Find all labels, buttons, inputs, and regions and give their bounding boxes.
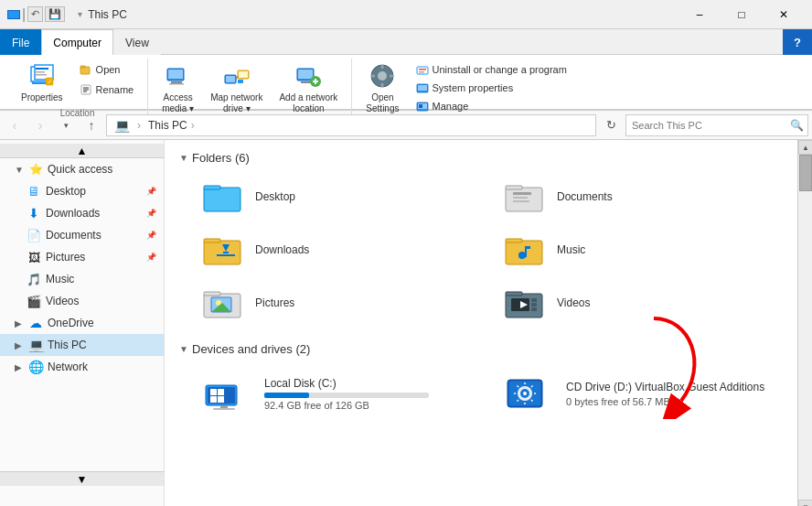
- system-props-label: System properties: [433, 82, 514, 93]
- main-area: ▲ ▼ ⭐ Quick access 🖥 Desktop 📌 ⬇ Downloa…: [0, 140, 812, 506]
- tab-view[interactable]: View: [113, 29, 161, 55]
- folder-documents[interactable]: Documents: [496, 172, 783, 221]
- svg-rect-62: [204, 292, 220, 296]
- devices-title: Devices and drives (2): [192, 342, 310, 356]
- svg-rect-51: [204, 241, 240, 264]
- add-network-button[interactable]: Add a networklocation: [272, 59, 344, 117]
- search-box: 🔍: [625, 114, 808, 136]
- folder-videos[interactable]: Videos: [496, 278, 783, 328]
- desktop-pin: 📌: [146, 187, 156, 196]
- sidebar-item-music[interactable]: 🎵 Music: [0, 268, 164, 290]
- svg-rect-32: [381, 65, 384, 69]
- folder-pictures[interactable]: Pictures: [194, 278, 481, 328]
- downloads-label: Downloads: [46, 207, 144, 220]
- folder-downloads[interactable]: Downloads: [194, 225, 481, 275]
- local-disk-bar-fill: [264, 393, 309, 398]
- network-chevron: ▶: [15, 362, 26, 372]
- search-icon: 🔍: [786, 119, 807, 132]
- titlebar-save[interactable]: 💾: [45, 6, 65, 22]
- title-text: This PC: [88, 8, 678, 21]
- quick-access-label: Quick access: [48, 163, 156, 176]
- folders-chevron[interactable]: ▼: [179, 153, 192, 163]
- access-media-button[interactable]: Accessmedia ▾: [155, 59, 200, 117]
- documents-pin: 📌: [146, 231, 156, 240]
- maximize-button[interactable]: □: [721, 0, 763, 29]
- svg-rect-9: [80, 66, 85, 68]
- sidebar-item-documents[interactable]: 📄 Documents 📌: [0, 224, 164, 246]
- manage-button[interactable]: Manage: [410, 97, 573, 115]
- devices-chevron[interactable]: ▼: [179, 344, 192, 354]
- folder-music[interactable]: Music: [496, 225, 783, 275]
- svg-line-93: [531, 386, 533, 388]
- svg-line-91: [531, 400, 533, 402]
- scroll-track[interactable]: [798, 155, 812, 500]
- svg-rect-35: [390, 75, 393, 78]
- add-network-label: Add a networklocation: [279, 92, 337, 114]
- map-network-icon: [222, 61, 251, 91]
- pictures-pin: 📌: [146, 253, 156, 262]
- onedrive-label: OneDrive: [48, 317, 156, 329]
- scroll-thumb[interactable]: [799, 155, 812, 191]
- svg-rect-37: [419, 69, 426, 70]
- tab-computer[interactable]: Computer: [41, 29, 113, 55]
- up-button[interactable]: ↑: [80, 114, 102, 136]
- recent-button[interactable]: ▾: [55, 114, 77, 136]
- sidebar-item-pictures[interactable]: 🖼 Pictures 📌: [0, 246, 164, 268]
- device-cd-drive[interactable]: CD Drive (D:) VirtualBox Guest Additions…: [496, 363, 783, 424]
- pictures-icon: 🖼: [26, 249, 42, 265]
- titlebar-icon-monitor: [7, 10, 20, 19]
- sidebar-item-videos[interactable]: 🎬 Videos: [0, 290, 164, 312]
- svg-rect-50: [513, 200, 529, 202]
- location-buttons: ✓ Properties Open Rename: [15, 59, 140, 106]
- system-props-button[interactable]: System properties: [410, 79, 573, 97]
- svg-rect-16: [171, 81, 182, 83]
- open-settings-button[interactable]: OpenSettings: [359, 59, 405, 117]
- folder-downloads-name: Downloads: [255, 243, 309, 256]
- titlebar-undo[interactable]: ↶: [27, 6, 43, 22]
- minimize-button[interactable]: –: [678, 0, 721, 29]
- folder-documents-icon: [504, 178, 548, 215]
- sidebar-scroll-up[interactable]: ▲: [0, 144, 164, 158]
- open-settings-label: OpenSettings: [366, 92, 399, 114]
- sidebar-item-desktop[interactable]: 🖥 Desktop 📌: [0, 180, 164, 202]
- sidebar-item-onedrive[interactable]: ▶ ☁ OneDrive: [0, 312, 164, 334]
- map-network-button[interactable]: Map networkdrive ▾: [204, 59, 269, 117]
- svg-rect-70: [531, 298, 537, 302]
- svg-point-58: [518, 252, 526, 259]
- svg-rect-77: [218, 389, 224, 395]
- search-input[interactable]: [626, 120, 786, 131]
- address-path[interactable]: 💻 › This PC ›: [106, 114, 596, 136]
- properties-button[interactable]: ✓ Properties: [15, 59, 69, 106]
- tab-file[interactable]: File: [0, 29, 41, 55]
- quick-access-chevron: ▼: [15, 165, 26, 175]
- sidebar-item-quick-access[interactable]: ▼ ⭐ Quick access: [0, 158, 164, 180]
- device-local-disk[interactable]: Local Disk (C:) 92.4 GB free of 126 GB: [194, 363, 481, 424]
- open-button[interactable]: Open: [73, 60, 141, 79]
- uninstall-button[interactable]: Uninstall or change a program: [410, 60, 573, 79]
- sidebar-item-network[interactable]: ▶ 🌐 Network: [0, 356, 164, 378]
- forward-button[interactable]: ›: [29, 114, 51, 136]
- svg-rect-43: [419, 104, 422, 108]
- help-button[interactable]: ?: [783, 29, 812, 55]
- svg-rect-23: [238, 80, 243, 83]
- scroll-down-btn[interactable]: ▼: [798, 500, 812, 506]
- folder-music-name: Music: [557, 243, 585, 256]
- sidebar-item-this-pc[interactable]: ▶ 💻 This PC: [0, 334, 164, 356]
- sidebar-item-downloads[interactable]: ⬇ Downloads 📌: [0, 202, 164, 224]
- svg-rect-48: [513, 192, 531, 195]
- rename-label: Rename: [96, 84, 134, 95]
- ribbon-group-location: ✓ Properties Open Rename Locatio: [7, 59, 148, 118]
- folder-downloads-icon: [202, 231, 246, 268]
- downloads-pin: 📌: [146, 209, 156, 218]
- properties-label: Properties: [21, 92, 63, 103]
- folder-desktop[interactable]: Desktop: [194, 172, 481, 221]
- sidebar-scroll-down[interactable]: ▼: [0, 471, 164, 486]
- close-button[interactable]: ✕: [763, 0, 805, 29]
- local-disk-space: 92.4 GB free of 126 GB: [264, 400, 473, 411]
- sidebar: ▲ ▼ ⭐ Quick access 🖥 Desktop 📌 ⬇ Downloa…: [0, 140, 165, 506]
- rename-button[interactable]: Rename: [73, 81, 141, 99]
- back-button[interactable]: ‹: [4, 114, 26, 136]
- scroll-up-btn[interactable]: ▲: [798, 140, 812, 155]
- refresh-button[interactable]: ↻: [600, 114, 622, 136]
- local-disk-bar-bg: [264, 393, 429, 398]
